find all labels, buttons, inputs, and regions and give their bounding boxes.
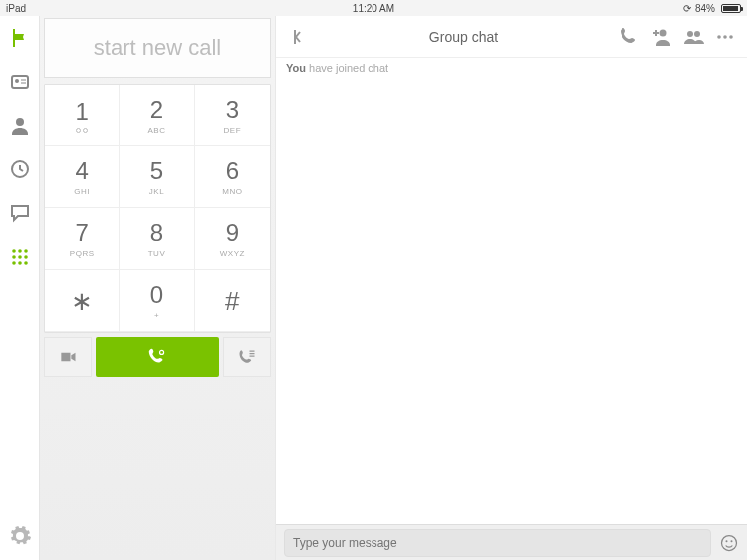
person-icon: [8, 114, 32, 138]
back-button[interactable]: [286, 25, 310, 49]
id-card-icon: [8, 70, 32, 94]
chat-status-line: You have joined chat: [276, 58, 747, 78]
svg-rect-0: [12, 76, 28, 88]
clock: 11:20 AM: [353, 3, 394, 14]
sidebar-item-directory[interactable]: [8, 70, 32, 94]
key-7[interactable]: 7 PQRS: [45, 208, 120, 270]
message-input[interactable]: [284, 529, 711, 557]
chat-body: [276, 78, 747, 524]
key-digit: 3: [226, 96, 239, 124]
group-icon: [681, 25, 705, 49]
sidebar-item-dialpad[interactable]: [8, 245, 32, 269]
more-icon: [713, 25, 737, 49]
svg-point-5: [18, 249, 22, 253]
key-8[interactable]: 8 TUV: [120, 208, 194, 270]
chat-header: Group chat: [276, 16, 747, 58]
svg-point-9: [24, 255, 28, 259]
svg-point-17: [717, 35, 721, 39]
svg-point-4: [12, 249, 16, 253]
key-5[interactable]: 5 JKL: [120, 146, 194, 208]
add-person-icon: [649, 25, 673, 49]
key-digit: 6: [226, 157, 239, 185]
header-call-button[interactable]: [618, 25, 641, 49]
key-digit: 0: [150, 281, 163, 309]
dial-input[interactable]: start new call: [44, 18, 271, 78]
svg-point-16: [694, 31, 700, 37]
key-0[interactable]: 0 +: [120, 270, 194, 332]
svg-point-10: [12, 261, 16, 265]
key-1[interactable]: 1: [45, 85, 120, 146]
transfer-call-button[interactable]: [223, 337, 271, 377]
key-letters: WXYZ: [220, 249, 245, 258]
status-user: You: [286, 62, 306, 74]
svg-point-11: [18, 261, 22, 265]
chat-input-row: [276, 524, 747, 560]
svg-point-7: [12, 255, 16, 259]
key-digit: 2: [150, 96, 163, 124]
svg-point-20: [722, 535, 737, 550]
svg-point-15: [687, 31, 693, 37]
call-button-row: [44, 337, 271, 377]
sidebar-item-settings[interactable]: [8, 524, 32, 548]
flag-icon: [8, 26, 32, 50]
keypad: 1 2 ABC 3 DEF 4 GHI 5 JKL 6 MNO: [44, 84, 271, 333]
dialpad-icon: [8, 245, 32, 269]
smiley-icon: [719, 533, 739, 553]
key-3[interactable]: 3 DEF: [195, 85, 270, 146]
svg-point-6: [24, 249, 28, 253]
sidebar-item-chat[interactable]: [8, 201, 32, 225]
key-digit: 7: [75, 219, 88, 247]
svg-point-18: [723, 35, 727, 39]
svg-point-12: [24, 261, 28, 265]
rotation-lock-icon: ⟳: [683, 3, 691, 14]
key-digit: 8: [150, 219, 163, 247]
svg-point-14: [660, 29, 667, 36]
battery-pct: 84%: [695, 3, 715, 14]
phone-icon: [618, 25, 641, 49]
dialer-panel: start new call 1 2 ABC 3 DEF 4 GHI 5 JKL: [40, 16, 276, 560]
device-label: iPad: [6, 3, 26, 14]
key-2[interactable]: 2 ABC: [120, 85, 194, 146]
key-letters: MNO: [222, 187, 242, 196]
svg-point-21: [726, 540, 728, 542]
battery-icon: [721, 4, 741, 13]
back-icon: [286, 25, 310, 49]
clock-icon: [8, 157, 32, 181]
key-letters: +: [154, 311, 159, 320]
key-4[interactable]: 4 GHI: [45, 146, 120, 208]
key-hash[interactable]: #: [195, 270, 270, 332]
add-participant-button[interactable]: [649, 25, 673, 49]
key-6[interactable]: 6 MNO: [195, 146, 270, 208]
svg-point-2: [16, 118, 24, 126]
svg-point-22: [731, 540, 733, 542]
key-9[interactable]: 9 WXYZ: [195, 208, 270, 270]
sidebar-item-contacts[interactable]: [8, 114, 32, 138]
video-icon: [58, 347, 78, 367]
sidebar: [0, 16, 40, 560]
svg-point-13: [160, 350, 164, 354]
key-digit: ∗: [71, 288, 93, 314]
gear-icon: [8, 524, 32, 548]
key-letters: ABC: [148, 126, 166, 135]
phone-icon: [146, 346, 168, 368]
voice-call-button[interactable]: [96, 337, 219, 377]
video-call-button[interactable]: [44, 337, 92, 377]
voicemail-icon: [76, 128, 88, 133]
emoji-button[interactable]: [719, 533, 739, 553]
key-letters: TUV: [148, 249, 166, 258]
sidebar-item-flag[interactable]: [8, 26, 32, 50]
svg-point-1: [15, 79, 19, 83]
sidebar-item-history[interactable]: [8, 157, 32, 181]
more-button[interactable]: [713, 25, 737, 49]
phone-list-icon: [237, 347, 257, 367]
key-star[interactable]: ∗: [45, 270, 120, 332]
key-digit: 4: [75, 157, 88, 185]
svg-point-8: [18, 255, 22, 259]
participants-button[interactable]: [681, 25, 705, 49]
key-letters: PQRS: [70, 249, 95, 258]
key-digit: 5: [150, 157, 163, 185]
chat-title: Group chat: [318, 29, 610, 45]
key-letters: JKL: [149, 187, 164, 196]
svg-point-19: [729, 35, 733, 39]
chat-panel: Group chat You have joined chat: [276, 16, 747, 560]
